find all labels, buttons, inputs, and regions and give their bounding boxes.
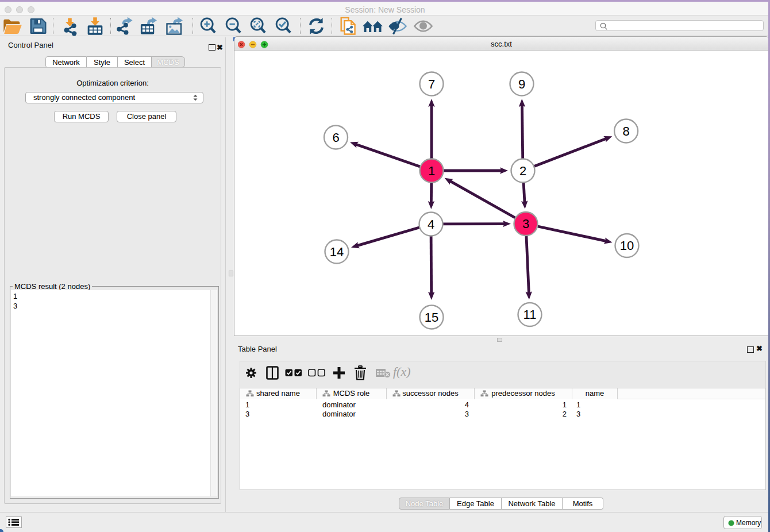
- svg-text:15: 15: [425, 310, 438, 325]
- svg-text:7: 7: [428, 77, 435, 91]
- svg-text:8: 8: [622, 124, 629, 138]
- svg-text:6: 6: [332, 130, 339, 145]
- svg-text:11: 11: [523, 307, 537, 322]
- svg-text:9: 9: [518, 77, 525, 91]
- svg-text:10: 10: [620, 238, 634, 253]
- svg-text:14: 14: [330, 245, 344, 259]
- svg-text:3: 3: [522, 217, 529, 231]
- svg-text:2: 2: [519, 164, 526, 178]
- svg-text:4: 4: [428, 217, 434, 232]
- svg-text:1: 1: [428, 164, 435, 178]
